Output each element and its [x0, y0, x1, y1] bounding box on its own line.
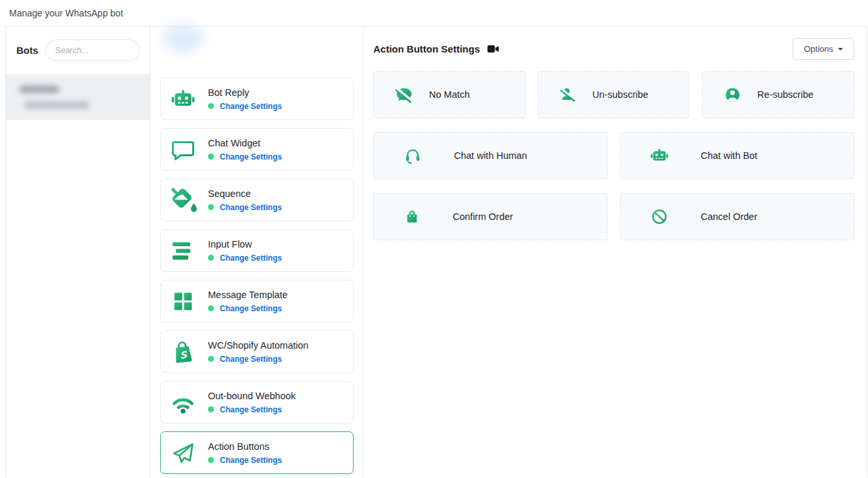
module-title: Chat Widget: [208, 138, 282, 148]
shopify-bag-icon: S: [169, 338, 197, 366]
module-card-message-template[interactable]: Message Template Change Settings: [160, 280, 354, 322]
bot-search-input[interactable]: [45, 39, 140, 61]
module-info: Input Flow Change Settings: [208, 239, 282, 263]
action-tile-row-3: Confirm Order Cancel Order: [373, 193, 854, 240]
change-settings-link[interactable]: Change Settings: [220, 304, 282, 313]
action-tile-un-subscribe[interactable]: Un-subscribe: [538, 71, 690, 118]
panel-header: Action Button Settings Options: [373, 27, 854, 71]
robot-icon: [169, 85, 197, 113]
shopping-bag-icon: [403, 207, 421, 226]
module-title: Message Template: [208, 290, 287, 300]
paper-plane-icon: [169, 439, 197, 467]
module-title: Action Buttons: [208, 441, 282, 452]
module-title: Sequence: [208, 188, 282, 199]
change-settings-link[interactable]: Change Settings: [220, 203, 282, 212]
options-button-label: Options: [804, 44, 833, 54]
chevron-down-icon: [838, 48, 843, 51]
status-dot: [208, 356, 214, 362]
status-dot: [208, 457, 214, 463]
action-button-settings-panel: Action Button Settings Options: [363, 27, 867, 477]
fill-drip-icon: [169, 186, 197, 214]
user-circle-icon: [723, 85, 742, 104]
action-tile-label: No Match: [429, 89, 470, 100]
modules-list: Bot Reply Change Settings Chat Widget: [150, 27, 363, 474]
status-dot: [208, 103, 214, 109]
action-tile-label: Un-subscribe: [592, 89, 648, 100]
status-dot: [208, 406, 214, 412]
action-tile-label: Re-subscribe: [757, 89, 813, 100]
grid-icon: [169, 288, 197, 315]
bot-list-item-selected[interactable]: [6, 74, 150, 120]
action-tile-confirm-order[interactable]: Confirm Order: [373, 193, 608, 240]
headset-icon: [403, 146, 423, 165]
module-card-chat-widget[interactable]: Chat Widget Change Settings: [160, 128, 354, 171]
module-title: WC/Shopify Automation: [208, 340, 308, 351]
bars-icon: [169, 237, 197, 265]
module-info: Out-bound Webhook Change Settings: [208, 391, 296, 414]
action-tile-cancel-order[interactable]: Cancel Order: [620, 193, 854, 240]
action-tile-chat-with-human[interactable]: Chat with Human: [373, 132, 608, 179]
main-content: Bots: [5, 26, 867, 477]
module-card-wc-shopify[interactable]: S WC/Shopify Automation Change Settings: [160, 330, 354, 373]
action-tile-no-match[interactable]: No Match: [373, 71, 526, 118]
status-dot: [208, 204, 214, 210]
chat-bubble-icon: [169, 136, 197, 163]
app-header: Manage your WhatsApp bot: [0, 0, 868, 26]
module-card-action-buttons[interactable]: Action Buttons Change Settings: [160, 431, 354, 474]
module-title: Out-bound Webhook: [208, 391, 296, 401]
robot-icon: [650, 146, 669, 165]
action-tile-label: Chat with Bot: [701, 150, 757, 161]
action-tile-re-subscribe[interactable]: Re-subscribe: [702, 71, 854, 118]
change-settings-link[interactable]: Change Settings: [220, 355, 282, 364]
panel-title: Action Button Settings: [373, 43, 480, 54]
bots-label: Bots: [16, 45, 38, 56]
module-info: Action Buttons Change Settings: [208, 441, 282, 465]
change-settings-link[interactable]: Change Settings: [220, 152, 282, 162]
module-info: Message Template Change Settings: [208, 290, 287, 313]
status-dot: [208, 255, 214, 261]
change-settings-link[interactable]: Change Settings: [220, 102, 282, 111]
video-camera-icon[interactable]: [487, 45, 499, 53]
sidebar-header: Bots: [6, 27, 150, 74]
action-tile-row-2: Chat with Human Chat with Bot: [373, 132, 854, 179]
module-title: Bot Reply: [208, 87, 282, 98]
wifi-icon: [169, 389, 197, 416]
comment-slash-icon: [394, 85, 414, 104]
module-card-bot-reply[interactable]: Bot Reply Change Settings: [160, 77, 354, 120]
action-tile-label: Cancel Order: [701, 211, 757, 222]
action-tile-chat-with-bot[interactable]: Chat with Bot: [620, 132, 854, 179]
change-settings-link[interactable]: Change Settings: [220, 456, 282, 465]
module-info: WC/Shopify Automation Change Settings: [208, 340, 308, 364]
redacted-bot-name: [19, 85, 60, 93]
status-dot: [208, 154, 214, 160]
redacted-bot-phone: [24, 101, 90, 109]
options-button[interactable]: Options: [793, 38, 854, 60]
module-card-outbound-webhook[interactable]: Out-bound Webhook Change Settings: [160, 381, 354, 424]
user-slash-icon: [559, 85, 577, 104]
page-title: Manage your WhatsApp bot: [9, 8, 123, 18]
module-card-input-flow[interactable]: Input Flow Change Settings: [160, 229, 354, 272]
module-info: Bot Reply Change Settings: [208, 87, 282, 111]
action-tile-label: Confirm Order: [453, 211, 513, 222]
bots-sidebar: Bots: [6, 27, 150, 477]
action-tile-label: Chat with Human: [454, 150, 527, 161]
module-card-sequence[interactable]: Sequence Change Settings: [160, 179, 354, 221]
ban-icon: [650, 207, 669, 227]
module-info: Sequence Change Settings: [208, 188, 282, 212]
module-info: Chat Widget Change Settings: [208, 138, 282, 162]
change-settings-link[interactable]: Change Settings: [220, 253, 282, 263]
modules-column: Bot Reply Change Settings Chat Widget: [150, 27, 363, 477]
module-title: Input Flow: [208, 239, 282, 250]
action-tile-row-1: No Match Un-subscribe: [373, 71, 854, 118]
change-settings-link[interactable]: Change Settings: [220, 405, 282, 414]
status-dot: [208, 305, 214, 311]
